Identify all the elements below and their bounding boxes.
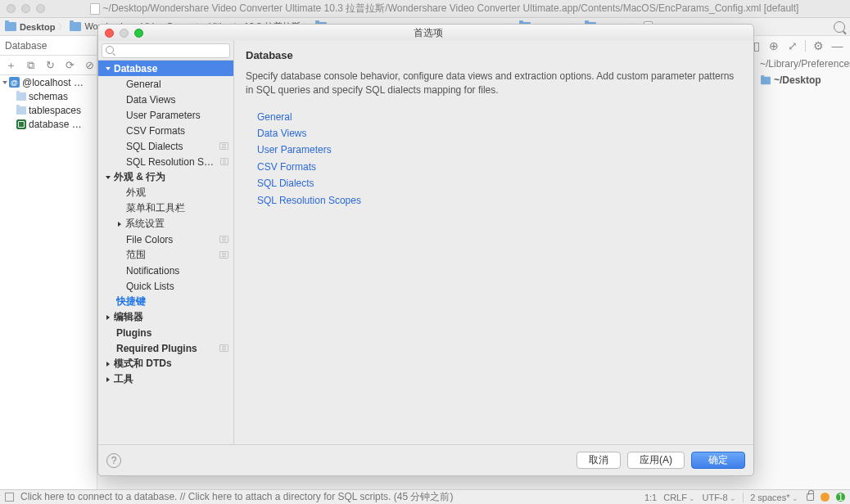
- expand-arrow-icon[interactable]: [105, 175, 111, 180]
- category-item[interactable]: Data Views: [98, 92, 233, 107]
- content-link[interactable]: User Parameters: [246, 142, 742, 158]
- refresh-icon[interactable]: ↻: [44, 60, 56, 71]
- sync-icon[interactable]: ⟳: [64, 60, 75, 71]
- expand-arrow-icon[interactable]: [105, 315, 111, 320]
- category-item[interactable]: SQL Dialects: [98, 138, 233, 154]
- minimize-icon: [120, 29, 129, 38]
- dialog-search: [98, 41, 233, 61]
- window-title-text: ~/Desktop/Wondershare Video Converter Ul…: [103, 2, 799, 16]
- breadcrumb-part[interactable]: Desktop: [20, 22, 55, 32]
- indent-setting[interactable]: 2 spaces*: [750, 493, 798, 502]
- folder-icon: [761, 76, 771, 83]
- database-icon: [16, 119, 26, 129]
- expand-arrow-icon[interactable]: [105, 362, 111, 367]
- category-required-plugins[interactable]: Required Plugins: [98, 340, 233, 356]
- file-encoding[interactable]: UTF-8: [702, 493, 736, 502]
- project-icon: [219, 344, 228, 352]
- datasource-icon: @: [9, 77, 20, 88]
- category-item[interactable]: Notifications: [98, 263, 233, 278]
- status-bar: Click here to connect to a database. // …: [0, 489, 850, 504]
- category-database[interactable]: Database: [98, 61, 233, 76]
- zoom-icon[interactable]: [134, 29, 143, 38]
- separator: [743, 493, 744, 502]
- category-tools[interactable]: 工具: [98, 371, 233, 387]
- content-link[interactable]: General: [246, 109, 742, 125]
- category-item[interactable]: File Colors: [98, 232, 233, 247]
- category-appearance[interactable]: 外观 & 行为: [98, 169, 233, 185]
- close-icon[interactable]: [105, 29, 114, 38]
- preferences-dialog: 首选项 Database General Data Views User Par…: [97, 24, 754, 476]
- category-item[interactable]: SQL Resolution Scopes: [98, 154, 233, 169]
- dialog-sidebar: Database General Data Views User Paramet…: [98, 41, 234, 444]
- category-item[interactable]: 菜单和工具栏: [98, 200, 233, 216]
- tree-item[interactable]: tablespaces: [0, 103, 97, 117]
- content-link[interactable]: Data Views: [246, 125, 742, 142]
- close-dot[interactable]: [7, 4, 16, 13]
- dialog-traffic-lights: [98, 29, 143, 38]
- category-schemas[interactable]: 模式和 DTDs: [98, 356, 233, 371]
- minimize-dot[interactable]: [21, 4, 30, 13]
- expand-arrow-icon[interactable]: [116, 222, 122, 227]
- ok-button[interactable]: 确定: [691, 452, 745, 469]
- folder-icon: [16, 92, 26, 101]
- traffic-lights: [7, 4, 45, 13]
- expand-arrow-icon[interactable]: [2, 81, 7, 84]
- expand-icon[interactable]: ⤢: [786, 40, 798, 52]
- project-icon: [219, 251, 228, 259]
- apply-button[interactable]: 应用(A): [627, 452, 685, 469]
- target-icon[interactable]: ⊕: [767, 40, 780, 52]
- window-titlebar: ~/Desktop/Wondershare Video Converter Ul…: [0, 0, 850, 18]
- category-item[interactable]: 系统设置: [98, 216, 233, 232]
- tree-root[interactable]: @ @localhost …: [0, 75, 97, 89]
- status-indicator-icon[interactable]: [821, 493, 830, 502]
- window-title: ~/Desktop/Wondershare Video Converter Ul…: [45, 2, 843, 16]
- category-item[interactable]: General: [98, 76, 233, 92]
- folder-icon: [16, 106, 26, 115]
- tree-item[interactable]: schemas: [0, 89, 97, 103]
- line-separator[interactable]: CRLF: [663, 493, 695, 502]
- folder-icon: [70, 22, 81, 31]
- status-message[interactable]: Click here to connect to a database. // …: [20, 490, 453, 504]
- gear-icon[interactable]: ⚙: [812, 40, 825, 52]
- lock-icon[interactable]: [807, 493, 814, 501]
- status-badge[interactable]: 1: [836, 493, 845, 502]
- add-icon[interactable]: ＋: [5, 60, 16, 71]
- dialog-footer: ? 取消 应用(A) 确定: [98, 444, 753, 475]
- content-link[interactable]: SQL Resolution Scopes: [246, 192, 742, 209]
- dialog-titlebar: 首选项: [98, 25, 753, 41]
- category-editor[interactable]: 编辑器: [98, 309, 233, 325]
- dialog-body: Database General Data Views User Paramet…: [98, 41, 753, 444]
- dialog-content: Database Specify database console behavi…: [234, 41, 753, 444]
- category-item[interactable]: 范围: [98, 247, 233, 263]
- search-icon[interactable]: [834, 21, 845, 33]
- folder-icon: [5, 22, 16, 31]
- hide-icon[interactable]: —: [831, 40, 843, 52]
- content-link[interactable]: SQL Dialects: [246, 175, 742, 191]
- category-item[interactable]: CSV Formats: [98, 123, 233, 138]
- category-plugins[interactable]: Plugins: [98, 325, 233, 340]
- recent-item[interactable]: ~/Desktop: [760, 72, 850, 88]
- content-links: General Data Views User Parameters CSV F…: [246, 109, 742, 209]
- content-description: Specify database console behavior, confi…: [246, 70, 742, 97]
- category-item[interactable]: 外观: [98, 185, 233, 200]
- tree-item[interactable]: database …: [0, 117, 97, 131]
- search-input[interactable]: [102, 43, 230, 58]
- project-icon: [220, 158, 228, 165]
- tree-label: tablespaces: [29, 105, 81, 116]
- cursor-position[interactable]: 1:1: [644, 493, 657, 502]
- zoom-dot[interactable]: [36, 4, 45, 13]
- expand-arrow-icon[interactable]: [105, 377, 111, 382]
- cancel-button[interactable]: 取消: [576, 452, 621, 469]
- stop-icon[interactable]: ⊘: [84, 60, 95, 71]
- expand-arrow-icon[interactable]: [105, 66, 111, 71]
- category-item[interactable]: User Parameters: [98, 107, 233, 123]
- category-keymap[interactable]: 快捷键: [98, 294, 233, 309]
- duplicate-icon[interactable]: ⧉: [25, 60, 36, 71]
- project-icon: [219, 142, 228, 150]
- content-link[interactable]: CSV Formats: [246, 159, 742, 175]
- chevron-right-icon: 〉: [58, 21, 66, 33]
- category-item[interactable]: Quick Lists: [98, 278, 233, 294]
- help-icon[interactable]: ?: [106, 453, 121, 468]
- separator: [805, 40, 806, 52]
- tool-window-icon[interactable]: [5, 493, 14, 502]
